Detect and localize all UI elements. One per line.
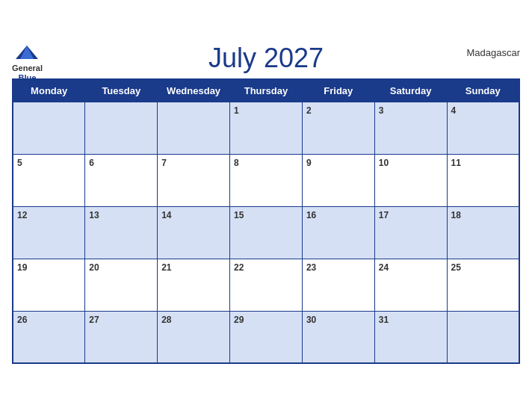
logo-area: General Blue (12, 43, 43, 83)
logo-blue-text: Blue (19, 73, 37, 83)
weekday-header-saturday: Saturday (374, 79, 447, 102)
day-number: 7 (161, 158, 167, 168)
calendar-day-cell: 8 (230, 154, 303, 206)
calendar-day-cell: 3 (374, 102, 447, 154)
calendar-week-row: 12131415161718 (13, 206, 519, 259)
weekday-header-tuesday: Tuesday (85, 79, 158, 102)
calendar-day-cell: 30 (302, 311, 374, 363)
calendar-day-cell: 28 (158, 311, 230, 363)
day-number: 12 (17, 210, 27, 220)
day-number: 2 (306, 105, 312, 116)
day-number: 31 (379, 315, 389, 325)
day-number: 18 (451, 210, 461, 220)
calendar-day-cell: 22 (230, 259, 303, 311)
day-number: 14 (161, 210, 171, 220)
day-number: 10 (379, 158, 389, 168)
day-number: 29 (234, 315, 244, 325)
calendar-day-cell: 1 (230, 102, 303, 154)
calendar-day-cell: 4 (447, 102, 519, 154)
calendar-day-cell: 25 (447, 259, 519, 311)
day-number: 26 (17, 315, 27, 325)
calendar-day-cell: 10 (374, 154, 447, 206)
calendar-day-cell: 12 (13, 206, 85, 259)
calendar-day-cell: 24 (374, 259, 447, 311)
day-number: 25 (451, 262, 461, 273)
calendar-day-cell: 29 (230, 311, 303, 363)
day-number: 9 (306, 158, 312, 168)
day-number: 11 (451, 158, 461, 168)
calendar-day-cell: 18 (447, 206, 519, 259)
calendar-day-cell: 13 (85, 206, 158, 259)
day-number: 16 (306, 210, 316, 220)
calendar-day-cell: 21 (158, 259, 230, 311)
calendar-day-cell: 2 (302, 102, 374, 154)
weekday-header-row: MondayTuesdayWednesdayThursdayFridaySatu… (13, 79, 519, 102)
day-number: 19 (17, 262, 27, 273)
calendar-day-cell (158, 102, 230, 154)
calendar-day-cell: 7 (158, 154, 230, 206)
day-number: 4 (451, 105, 457, 116)
calendar-day-cell: 16 (302, 206, 374, 259)
calendar-day-cell (13, 102, 85, 154)
calendar-day-cell: 23 (302, 259, 374, 311)
calendar-day-cell: 14 (158, 206, 230, 259)
day-number: 3 (379, 105, 384, 116)
calendar-day-cell: 31 (374, 311, 447, 363)
day-number: 28 (161, 315, 171, 325)
calendar-week-row: 262728293031 (13, 311, 519, 363)
calendar-table: MondayTuesdayWednesdayThursdayFridaySatu… (12, 78, 520, 365)
day-number: 21 (161, 262, 171, 273)
day-number: 24 (379, 262, 389, 273)
calendar-day-cell (85, 102, 158, 154)
calendar-day-cell: 9 (302, 154, 374, 206)
logo-general-text: General (12, 64, 43, 73)
calendar-week-row: 1234 (13, 102, 519, 154)
weekday-header-friday: Friday (302, 79, 374, 102)
day-number: 15 (234, 210, 244, 220)
day-number: 5 (17, 158, 22, 168)
weekday-header-wednesday: Wednesday (158, 79, 230, 102)
calendar-header: General Blue July 2027 Madagascar (12, 43, 520, 74)
calendar-day-cell: 27 (85, 311, 158, 363)
calendar-day-cell: 6 (85, 154, 158, 206)
day-number: 6 (89, 158, 94, 168)
weekday-header-sunday: Sunday (447, 79, 519, 102)
day-number: 20 (89, 262, 99, 273)
weekday-header-thursday: Thursday (230, 79, 303, 102)
calendar-day-cell: 5 (13, 154, 85, 206)
calendar-week-row: 567891011 (13, 154, 519, 206)
calendar-day-cell: 11 (447, 154, 519, 206)
day-number: 22 (234, 262, 244, 273)
calendar-day-cell (447, 311, 519, 363)
calendar-day-cell: 17 (374, 206, 447, 259)
calendar-day-cell: 19 (13, 259, 85, 311)
day-number: 17 (379, 210, 389, 220)
calendar-day-cell: 20 (85, 259, 158, 311)
day-number: 23 (306, 262, 316, 273)
calendar-week-row: 19202122232425 (13, 259, 519, 311)
generalblue-logo-icon (13, 43, 41, 64)
country-label: Madagascar (466, 47, 520, 58)
day-number: 8 (234, 158, 239, 168)
day-number: 1 (234, 105, 239, 116)
calendar-day-cell: 15 (230, 206, 303, 259)
calendar-wrapper: General Blue July 2027 Madagascar Monday… (0, 35, 532, 377)
day-number: 30 (306, 315, 316, 325)
day-number: 27 (89, 315, 99, 325)
day-number: 13 (89, 210, 99, 220)
month-title: July 2027 (208, 43, 324, 74)
calendar-day-cell: 26 (13, 311, 85, 363)
